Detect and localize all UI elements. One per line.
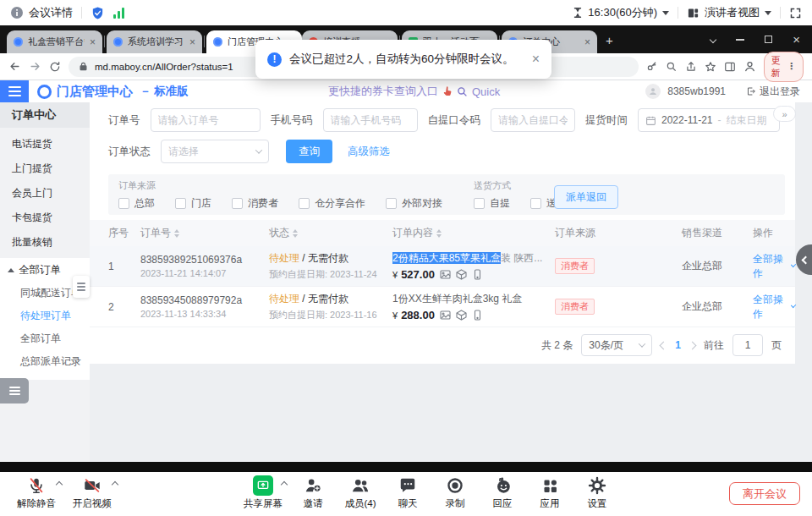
- timer-dropdown-caret[interactable]: [662, 11, 669, 15]
- view-mode-caret[interactable]: [765, 11, 771, 15]
- tab-close-icon[interactable]: ×: [90, 37, 96, 47]
- toolbar-invite[interactable]: 邀请: [289, 475, 337, 513]
- promo-link[interactable]: 更快捷的券卡查询入口 Quick: [328, 84, 500, 99]
- bookmark-star-icon[interactable]: [705, 61, 716, 73]
- page-size-select[interactable]: 30条/页: [581, 334, 652, 356]
- user-avatar[interactable]: [645, 84, 661, 99]
- view-mode-label[interactable]: 演讲者视图: [705, 5, 760, 20]
- toolbar-chat[interactable]: 聊天: [384, 475, 431, 513]
- toolbar-unmute[interactable]: 解除静音: [8, 475, 64, 513]
- toolbar-share-screen[interactable]: 共享屏幕: [237, 475, 289, 513]
- date-range-picker[interactable]: 2022-11-21 - 结束日期: [638, 108, 780, 132]
- order-no-input[interactable]: [151, 108, 261, 132]
- chrome-update-button[interactable]: 更新 ⋮: [764, 52, 804, 82]
- table-row[interactable]: 1 83859389251069376a 2023-11-21 14:14:07…: [90, 246, 795, 287]
- collapse-panel-button[interactable]: »: [773, 106, 796, 122]
- info-icon[interactable]: [10, 6, 24, 19]
- collapse-right-handle[interactable]: [796, 244, 812, 275]
- col-status[interactable]: 状态: [269, 226, 392, 240]
- leave-meeting-button[interactable]: 离开会议: [729, 482, 800, 505]
- browser-tab-1[interactable]: 礼盒营销平台管理中心 ×: [7, 30, 102, 53]
- sort-icon[interactable]: [436, 229, 442, 238]
- order-status-select[interactable]: 请选择: [161, 140, 269, 163]
- profile-icon[interactable]: [743, 60, 756, 73]
- order-amount: 527.00: [401, 268, 435, 281]
- sidebar-subitem-hq-dispatch-log[interactable]: 总部派单记录: [0, 350, 90, 373]
- key-icon[interactable]: [646, 61, 658, 73]
- box-icon[interactable]: [456, 269, 467, 280]
- toolbar-record[interactable]: 录制: [431, 475, 479, 513]
- toolbar-react[interactable]: 回应: [479, 475, 526, 513]
- pickup-code-input[interactable]: [491, 108, 575, 132]
- browser-tab-2[interactable]: 系统培训学习 ×: [107, 30, 202, 53]
- goto-page-input[interactable]: [732, 334, 763, 356]
- forward-icon[interactable]: [29, 60, 41, 73]
- advanced-filter-link[interactable]: 高级筛选: [348, 145, 390, 159]
- sidebar-item-phone-pickup[interactable]: 电话提货: [0, 132, 90, 156]
- mic-options-chevron[interactable]: [56, 481, 63, 488]
- col-content[interactable]: 订单内容: [392, 226, 555, 240]
- refresh-icon[interactable]: [49, 61, 61, 73]
- sidebar-item-member-visit[interactable]: 会员上门: [0, 181, 90, 206]
- checkbox-source-external[interactable]: 外部对接: [386, 196, 442, 211]
- side-panel-icon[interactable]: [724, 61, 736, 73]
- checkbox-source-hq[interactable]: 总部: [118, 196, 155, 211]
- toolbar-members[interactable]: 成员(4): [337, 475, 384, 513]
- toast-close-icon[interactable]: ×: [532, 52, 540, 67]
- dispatch-return-button[interactable]: 派单退回: [554, 185, 618, 209]
- sidebar-subitem-pending-orders[interactable]: 待处理订单: [0, 305, 90, 327]
- window-close-icon[interactable]: ×: [793, 32, 800, 47]
- shield-check-icon[interactable]: [91, 6, 105, 20]
- phone-icon[interactable]: [472, 310, 483, 321]
- image-icon[interactable]: [440, 310, 451, 321]
- zoom-icon[interactable]: [666, 61, 678, 73]
- logout-button[interactable]: 退出登录: [746, 85, 800, 99]
- floating-list-button[interactable]: [0, 378, 29, 403]
- sidebar-item-card-pickup[interactable]: 卡包提货: [0, 206, 90, 230]
- browser-menu-icon[interactable]: ⋮: [787, 61, 796, 72]
- new-tab-button[interactable]: +: [606, 33, 613, 47]
- username: 8385wb1991: [667, 85, 726, 97]
- video-options-chevron[interactable]: [112, 481, 118, 488]
- sort-icon[interactable]: [174, 229, 179, 238]
- meeting-details-label[interactable]: 会议详情: [29, 5, 73, 20]
- sidebar-subitem-all-orders[interactable]: 全部订单: [0, 327, 90, 350]
- window-minimize-icon[interactable]: [736, 39, 744, 41]
- all-actions-dropdown[interactable]: 全部操作: [753, 293, 795, 321]
- box-icon[interactable]: [456, 310, 467, 321]
- checkbox-source-consumer[interactable]: 消费者: [232, 196, 278, 211]
- image-icon[interactable]: [440, 269, 451, 280]
- next-page-icon[interactable]: [689, 341, 697, 349]
- hamburger-menu-button[interactable]: [0, 80, 29, 102]
- sidebar-item-door-pickup[interactable]: 上门提货: [0, 156, 90, 181]
- table-row[interactable]: 2 83859345088979792a 2023-11-13 14:33:34…: [90, 287, 795, 327]
- react-smiley-icon: [493, 475, 513, 497]
- toolbar-start-video[interactable]: 开启视频: [64, 475, 120, 513]
- current-page[interactable]: 1: [675, 339, 681, 351]
- sidebar-item-batch-verify[interactable]: 批量核销: [0, 230, 90, 255]
- window-maximize-icon[interactable]: [765, 36, 772, 43]
- all-actions-dropdown[interactable]: 全部操作: [753, 252, 795, 281]
- col-order-no[interactable]: 订单号: [140, 226, 269, 240]
- pay-status: / 无需付款: [302, 252, 348, 264]
- checkbox-delivery-pickup[interactable]: 自提: [474, 196, 510, 211]
- tab-close-icon[interactable]: ×: [584, 37, 590, 47]
- prev-page-icon[interactable]: [660, 341, 668, 349]
- checkbox-source-store[interactable]: 门店: [175, 196, 211, 211]
- phone-icon[interactable]: [472, 269, 483, 280]
- query-button[interactable]: 查询: [286, 140, 332, 163]
- collapse-triangle-icon: [8, 268, 14, 272]
- tab-close-icon[interactable]: ×: [189, 37, 195, 47]
- sidebar-drag-handle[interactable]: [73, 276, 90, 298]
- toolbar-settings[interactable]: 设置: [573, 475, 621, 513]
- network-signal-icon[interactable]: [113, 7, 124, 19]
- sort-icon[interactable]: [293, 229, 298, 238]
- phone-input[interactable]: [323, 108, 418, 132]
- back-icon[interactable]: [8, 60, 21, 73]
- share-icon[interactable]: [685, 61, 697, 73]
- toolbar-apps[interactable]: 应用: [526, 475, 573, 513]
- share-options-chevron[interactable]: [281, 481, 288, 488]
- fullscreen-icon[interactable]: [789, 7, 802, 19]
- window-menu-chevron-icon[interactable]: [710, 37, 716, 42]
- checkbox-source-warehouse[interactable]: 仓分享合作: [299, 196, 365, 211]
